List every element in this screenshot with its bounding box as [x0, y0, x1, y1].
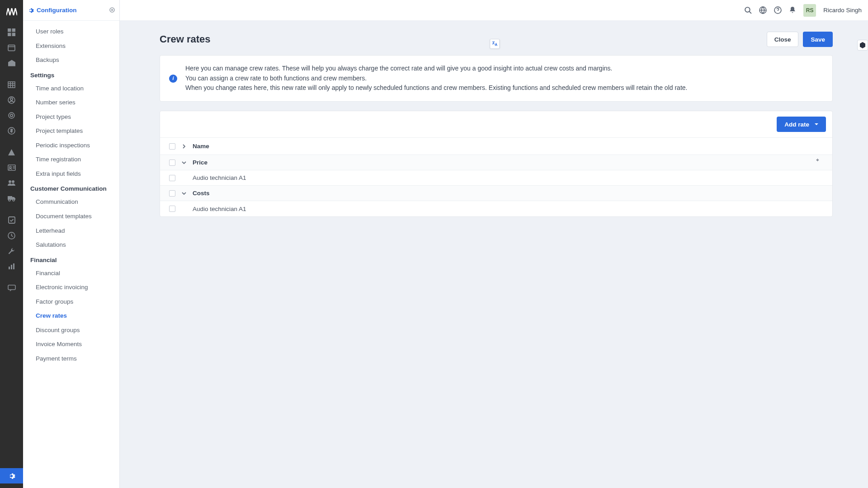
expand-all-icon[interactable]: [178, 144, 190, 149]
sidebar-item[interactable]: Project templates: [23, 124, 119, 138]
rates-card: Add rate Name PriceAudio: [160, 111, 833, 217]
row-checkbox[interactable]: [169, 160, 175, 166]
svg-rect-0: [8, 28, 11, 32]
sidebar-item[interactable]: Extra input fields: [23, 167, 119, 181]
gear-icon: [28, 7, 34, 14]
table-icon[interactable]: [0, 77, 23, 92]
alert-icon[interactable]: [0, 145, 23, 160]
gear-icon[interactable]: [0, 468, 23, 483]
rates-table: Name PriceAudio technician A1CostsAudio …: [160, 138, 832, 216]
sidebar-item[interactable]: User roles: [23, 24, 119, 39]
translate-icon[interactable]: [490, 39, 500, 49]
svg-point-12: [9, 166, 11, 168]
svg-rect-17: [9, 217, 15, 223]
main: RS Ricardo Singh Crew rates Close Save: [120, 0, 868, 488]
contact-card-icon[interactable]: [0, 160, 23, 175]
collapse-icon[interactable]: [178, 191, 190, 196]
logo-icon[interactable]: [0, 4, 23, 20]
close-button[interactable]: Close: [767, 32, 799, 47]
currency-icon[interactable]: [0, 123, 23, 138]
chevron-down-icon: [815, 123, 818, 125]
sidebar-item[interactable]: Discount groups: [23, 323, 119, 338]
chart-icon[interactable]: [0, 258, 23, 274]
info-text: Here you can manage crew rates. These wi…: [185, 64, 821, 93]
user-circle-icon[interactable]: [0, 92, 23, 108]
sidebar-item[interactable]: Document templates: [23, 209, 119, 224]
svg-rect-2: [8, 33, 11, 36]
chat-icon[interactable]: [0, 280, 23, 296]
table-group-row[interactable]: Price: [160, 155, 832, 170]
truck-icon[interactable]: [0, 191, 23, 206]
svg-point-7: [10, 98, 13, 100]
sidebar-item[interactable]: Communication: [23, 195, 119, 209]
svg-rect-20: [11, 265, 12, 269]
add-rate-label: Add rate: [784, 121, 809, 128]
dashboard-icon[interactable]: [0, 24, 23, 40]
tab-label: Configuration: [37, 7, 76, 14]
sidebar-section-title: Customer Communication: [23, 181, 119, 195]
breadcrumb-tab: Configuration: [23, 0, 119, 21]
sidebar-item[interactable]: Number series: [23, 95, 119, 110]
table-group-row[interactable]: Costs: [160, 186, 832, 201]
svg-rect-3: [12, 33, 15, 36]
check-square-icon[interactable]: [0, 212, 23, 228]
sidebar-item[interactable]: Invoice Moments: [23, 337, 119, 352]
search-icon[interactable]: [744, 6, 752, 14]
sidebar-item[interactable]: Periodic inspections: [23, 138, 119, 153]
globe-icon[interactable]: [759, 6, 767, 14]
username: Ricardo Singh: [823, 7, 862, 14]
close-tab-icon[interactable]: [109, 7, 115, 14]
sidebar-item[interactable]: Project types: [23, 110, 119, 124]
help-icon[interactable]: [774, 6, 782, 14]
clock-icon[interactable]: [0, 228, 23, 243]
row-checkbox[interactable]: [169, 206, 175, 212]
save-button[interactable]: Save: [803, 32, 833, 47]
row-name: Audio technician A1: [190, 174, 826, 181]
sidebar-item[interactable]: Payment terms: [23, 352, 119, 366]
sidebar-item[interactable]: Financial: [23, 266, 119, 281]
people-icon[interactable]: [0, 175, 23, 191]
sidebar-item[interactable]: Electronic invoicing: [23, 280, 119, 295]
select-all-checkbox[interactable]: [169, 143, 175, 150]
collapse-icon[interactable]: [178, 160, 190, 165]
svg-point-16: [13, 199, 14, 201]
target-icon[interactable]: [0, 108, 23, 123]
table-header-row: Name: [160, 138, 832, 155]
warehouse-icon[interactable]: [0, 55, 23, 70]
sidebar-item[interactable]: Extensions: [23, 39, 119, 53]
svg-rect-1: [12, 28, 15, 32]
group-name: Costs: [190, 190, 826, 197]
sidebar-item[interactable]: Time and location: [23, 81, 119, 96]
topbar: RS Ricardo Singh: [120, 0, 868, 21]
svg-rect-19: [9, 267, 10, 269]
page-title: Crew rates: [160, 33, 211, 45]
row-name: Audio technician A1: [190, 206, 826, 212]
sidebar-item[interactable]: Factor groups: [23, 295, 119, 309]
sidebar-item[interactable]: Salutations: [23, 238, 119, 252]
app-rail: [0, 0, 23, 488]
table-row[interactable]: Audio technician A1: [160, 201, 832, 216]
svg-rect-22: [8, 285, 15, 290]
tab-configuration[interactable]: Configuration: [28, 7, 76, 14]
sidebar-item[interactable]: Time registration: [23, 152, 119, 167]
svg-point-8: [9, 113, 14, 118]
row-checkbox[interactable]: [169, 175, 175, 181]
sidebar-item[interactable]: Crew rates: [23, 309, 119, 323]
svg-point-15: [9, 199, 10, 201]
table-row[interactable]: Audio technician A1: [160, 170, 832, 186]
calendar-icon[interactable]: [0, 40, 23, 55]
add-rate-button[interactable]: Add rate: [777, 117, 826, 132]
sidebar-item[interactable]: Letterhead: [23, 224, 119, 238]
svg-rect-21: [13, 263, 14, 269]
hex-widget-icon[interactable]: [857, 40, 868, 51]
row-checkbox[interactable]: [169, 190, 175, 197]
svg-rect-5: [8, 82, 15, 88]
sidebar-item[interactable]: Backups: [23, 53, 119, 67]
avatar[interactable]: RS: [803, 4, 816, 17]
group-name: Price: [190, 159, 826, 166]
bell-icon[interactable]: [789, 6, 796, 14]
info-icon: i: [169, 75, 177, 83]
sidebar-navlist[interactable]: User rolesExtensionsBackupsSettingsTime …: [23, 21, 119, 488]
info-panel: i Here you can manage crew rates. These …: [160, 55, 833, 102]
wrench-icon[interactable]: [0, 243, 23, 258]
